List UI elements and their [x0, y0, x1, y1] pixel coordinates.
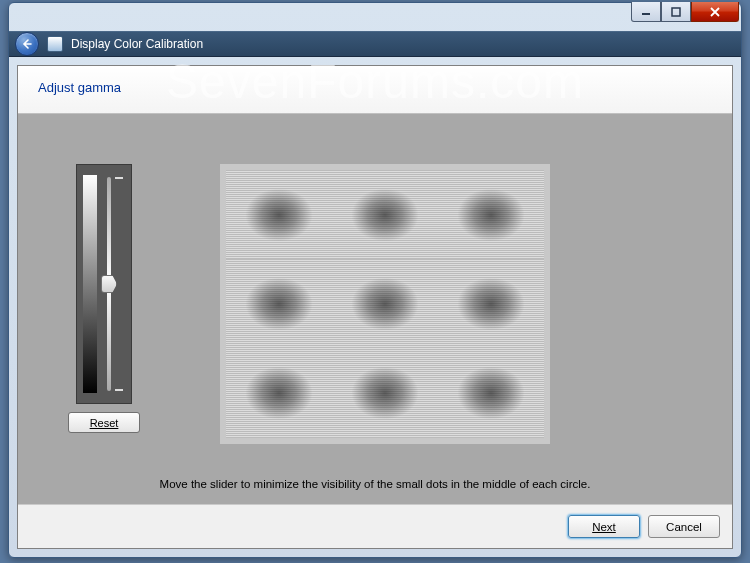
- maximize-button[interactable]: [661, 2, 691, 22]
- instruction-text: Move the slider to minimize the visibili…: [18, 470, 732, 504]
- gamma-cell: [332, 259, 438, 348]
- gamma-cell: [438, 259, 544, 348]
- gamma-pattern-grid: [220, 164, 550, 444]
- gamma-cell: [226, 170, 332, 259]
- back-arrow-icon: [20, 37, 34, 51]
- slider-column: Reset: [68, 164, 140, 460]
- next-button[interactable]: Next: [568, 515, 640, 538]
- gamma-cell: [332, 170, 438, 259]
- footer-bar: Next Cancel: [18, 504, 732, 548]
- reset-button[interactable]: Reset: [68, 412, 140, 433]
- back-button[interactable]: [15, 32, 39, 56]
- svg-rect-0: [642, 13, 650, 15]
- maximize-icon: [670, 7, 682, 17]
- window-frame: Display Color Calibration Adjust gamma R…: [8, 2, 742, 558]
- minimize-button[interactable]: [631, 2, 661, 22]
- gamma-cell: [332, 349, 438, 438]
- gamma-slider[interactable]: [76, 164, 132, 404]
- svg-rect-1: [672, 8, 680, 16]
- content-outer: Adjust gamma Reset: [9, 57, 741, 557]
- app-icon: [47, 36, 63, 52]
- app-title: Display Color Calibration: [71, 37, 203, 51]
- body-area: Reset: [18, 114, 732, 470]
- gamma-cell: [438, 349, 544, 438]
- page-title: Adjust gamma: [38, 80, 712, 95]
- slider-tick-top: [115, 177, 123, 179]
- gradient-strip: [83, 175, 97, 393]
- content-panel: Adjust gamma Reset: [17, 65, 733, 549]
- gamma-cell: [226, 349, 332, 438]
- cancel-button[interactable]: Cancel: [648, 515, 720, 538]
- slider-thumb[interactable]: [101, 275, 117, 293]
- minimize-icon: [640, 7, 652, 17]
- header-panel: Adjust gamma: [18, 66, 732, 114]
- titlebar: [9, 3, 741, 31]
- navbar: Display Color Calibration: [9, 31, 741, 57]
- gamma-cell: [438, 170, 544, 259]
- close-button[interactable]: [691, 2, 739, 22]
- gamma-cell: [226, 259, 332, 348]
- window-controls: [631, 2, 739, 22]
- close-icon: [709, 7, 721, 17]
- slider-tick-bottom: [115, 389, 123, 391]
